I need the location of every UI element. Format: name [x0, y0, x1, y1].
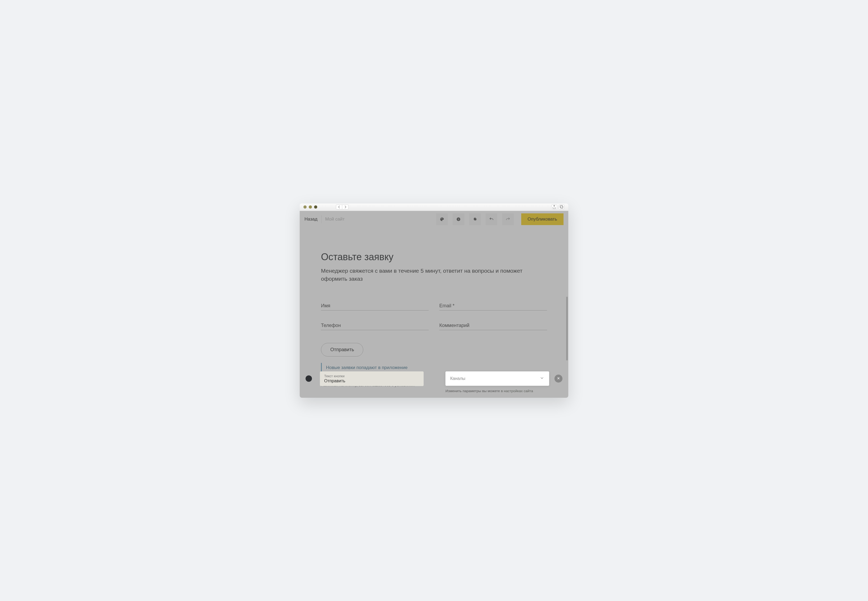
redo-button[interactable] — [502, 214, 514, 225]
form-subtitle: Менеджер свяжется с вами в течение 5 мин… — [321, 267, 528, 283]
name-field[interactable] — [321, 301, 429, 310]
svg-point-3 — [441, 218, 442, 218]
undo-button[interactable] — [486, 214, 497, 225]
email-field[interactable] — [439, 301, 547, 310]
dropdown-label: Каналы — [450, 376, 465, 381]
phone-field[interactable] — [321, 321, 429, 330]
titlebar-right-actions — [551, 204, 565, 209]
form-title: Оставьте заявку — [321, 252, 547, 262]
chevron-left-icon — [337, 204, 341, 209]
macos-titlebar — [300, 203, 568, 211]
chevron-down-icon — [539, 376, 544, 381]
close-icon: × — [557, 376, 560, 381]
palette-icon — [440, 217, 445, 222]
minimize-window-button[interactable] — [309, 205, 312, 209]
scrollbar[interactable] — [566, 246, 568, 360]
undo-icon — [489, 217, 494, 222]
panel-left: Текст кнопки Отправить — [306, 371, 440, 386]
svg-point-2 — [441, 218, 441, 219]
color-indicator[interactable] — [306, 375, 312, 382]
close-window-button[interactable] — [303, 205, 307, 209]
app-window: Назад Мой сайт ? Опубликовать Оставьте з… — [300, 203, 568, 398]
svg-text:?: ? — [458, 218, 459, 221]
nav-arrows — [336, 204, 349, 209]
button-text-card[interactable]: Текст кнопки Отправить — [320, 371, 423, 386]
maximize-window-button[interactable] — [314, 205, 317, 209]
settings-note-text: Изменить параметры вы можете — [445, 389, 501, 393]
gear-icon — [472, 217, 477, 222]
panel-right: Каналы Изменить параметры вы можете в на… — [445, 371, 549, 393]
redo-icon — [506, 217, 510, 222]
card-value: Отправить — [324, 378, 419, 383]
site-name[interactable]: Мой сайт — [325, 217, 345, 222]
svg-rect-0 — [560, 206, 563, 208]
tabs-button[interactable] — [559, 204, 565, 209]
svg-point-4 — [442, 218, 443, 218]
back-link[interactable]: Назад — [305, 217, 318, 222]
theme-button[interactable] — [436, 214, 448, 225]
chevron-right-icon — [343, 204, 348, 209]
share-button[interactable] — [551, 204, 557, 209]
help-button[interactable]: ? — [452, 214, 464, 225]
nav-forward-button[interactable] — [342, 204, 349, 209]
nav-back-button[interactable] — [336, 204, 342, 209]
copy-icon — [559, 204, 564, 209]
publish-button[interactable]: Опубликовать — [521, 214, 563, 225]
app-toolbar: Назад Мой сайт ? Опубликовать — [300, 211, 568, 227]
traffic-lights — [303, 205, 317, 209]
edit-panel: Текст кнопки Отправить Каналы Изменить п… — [300, 368, 568, 398]
form-submit-button[interactable]: Отправить — [321, 343, 363, 357]
close-panel-button[interactable]: × — [554, 375, 562, 383]
share-icon — [552, 204, 557, 209]
channels-dropdown[interactable]: Каналы — [445, 371, 549, 386]
form-fields-grid — [321, 301, 547, 330]
help-icon: ? — [456, 217, 461, 222]
svg-rect-1 — [560, 205, 562, 208]
scroll-thumb[interactable] — [566, 297, 568, 360]
app-body: Назад Мой сайт ? Опубликовать Оставьте з… — [300, 211, 568, 398]
card-label: Текст кнопки — [324, 374, 419, 378]
comment-field[interactable] — [439, 321, 547, 330]
settings-link[interactable]: в настройках сайта — [501, 389, 533, 393]
divider — [321, 215, 321, 223]
settings-button[interactable] — [469, 214, 481, 225]
settings-note: Изменить параметры вы можете в настройка… — [445, 389, 549, 393]
